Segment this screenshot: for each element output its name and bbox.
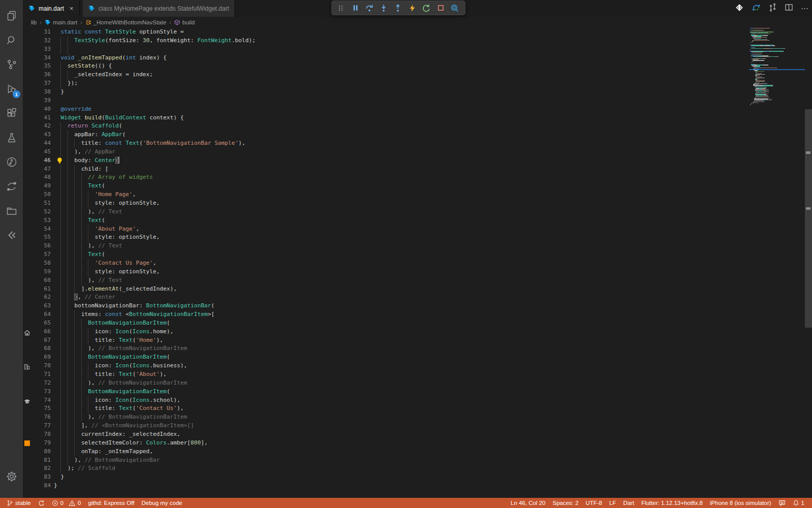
- line-number[interactable]: 39: [31, 97, 51, 105]
- code-line[interactable]: 50 'Home Page',: [23, 190, 812, 199]
- code-line[interactable]: 79 selectedItemColor: Colors.amber[800],: [23, 439, 812, 448]
- code-line[interactable]: 33: [23, 45, 812, 54]
- line-number[interactable]: 37: [31, 79, 51, 88]
- project-folder-icon[interactable]: [0, 199, 23, 222]
- code-line[interactable]: 72 ), // BottomNavigationBarItem: [23, 379, 812, 388]
- line-number[interactable]: 74: [31, 396, 51, 405]
- breadcrumb-main-dart[interactable]: main.dart: [45, 19, 77, 25]
- code-line[interactable]: 71 title: Text('About'),: [23, 370, 812, 379]
- line-number[interactable]: 36: [31, 71, 51, 79]
- line-number[interactable]: 67: [31, 336, 51, 345]
- line-number[interactable]: 80: [31, 448, 51, 456]
- code-line[interactable]: 36 _selectedIndex = index;: [23, 71, 812, 79]
- line-number[interactable]: 68: [31, 344, 51, 353]
- line-number[interactable]: 38: [31, 88, 51, 97]
- code-line[interactable]: 46 body: Center(: [23, 156, 812, 165]
- line-number[interactable]: 44: [31, 139, 51, 148]
- inspect-widget-button[interactable]: [448, 2, 462, 15]
- code-line[interactable]: 65 BottomNavigationBarItem(: [23, 319, 812, 328]
- line-number[interactable]: 55: [31, 233, 51, 242]
- code-line[interactable]: 41 Widget build(BuildContext context) {: [23, 114, 812, 122]
- language-mode[interactable]: Dart: [620, 498, 638, 508]
- run-and-debug-icon[interactable]: 1: [0, 77, 23, 100]
- line-number[interactable]: 65: [31, 319, 51, 328]
- line-number[interactable]: 48: [31, 173, 51, 182]
- extensions-icon[interactable]: [0, 102, 23, 124]
- lightbulb-icon[interactable]: [56, 157, 63, 166]
- code-editor[interactable]: 31 static const TextStyle optionStyle =3…: [23, 28, 812, 498]
- code-line[interactable]: 51 style: optionStyle,: [23, 199, 812, 208]
- code-line[interactable]: 78 currentIndex: _selectedIndex,: [23, 430, 812, 439]
- stop-button[interactable]: [433, 2, 448, 15]
- line-number[interactable]: 34: [31, 54, 51, 62]
- encoding[interactable]: UTF-8: [582, 498, 606, 508]
- code-line[interactable]: 53 Text(: [23, 216, 812, 225]
- line-number[interactable]: 64: [31, 310, 51, 319]
- step-out-button[interactable]: [391, 2, 405, 15]
- source-control-icon[interactable]: [0, 53, 23, 76]
- line-number[interactable]: 45: [31, 148, 51, 156]
- code-line[interactable]: 59 style: optionStyle,: [23, 268, 812, 276]
- device-selector[interactable]: iPhone 8 (ios simulator): [706, 498, 775, 508]
- line-number[interactable]: 79: [31, 439, 51, 448]
- line-number[interactable]: 84: [31, 482, 51, 490]
- line-number[interactable]: 60: [31, 276, 51, 285]
- branch-status[interactable]: stable: [3, 498, 35, 508]
- hot-reload-bolt-icon[interactable]: [405, 2, 419, 15]
- line-number[interactable]: 58: [31, 259, 51, 268]
- code-line[interactable]: 61 ].elementAt(_selectedIndex),: [23, 285, 812, 294]
- code-line[interactable]: 73 BottomNavigationBarItem(: [23, 388, 812, 396]
- line-number[interactable]: 73: [31, 388, 51, 396]
- code-line[interactable]: 62 ), // Center: [23, 293, 812, 302]
- line-number[interactable]: 56: [31, 242, 51, 250]
- line-number[interactable]: 53: [31, 216, 51, 225]
- step-over-button[interactable]: [362, 2, 377, 15]
- code-line[interactable]: 67 title: Text('Home'),: [23, 336, 812, 345]
- line-number[interactable]: 69: [31, 353, 51, 362]
- code-line[interactable]: 68 ), // BottomNavigationBarItem: [23, 344, 812, 353]
- code-line[interactable]: 70 icon: Icon(Icons.business),: [23, 362, 812, 370]
- code-line[interactable]: 76 ), // BottomNavigationBarItem: [23, 413, 812, 422]
- code-line[interactable]: 40 @override: [23, 105, 812, 114]
- code-line[interactable]: 31 static const TextStyle optionStyle =: [23, 28, 812, 37]
- code-line[interactable]: 74 icon: Icon(Icons.school),: [23, 396, 812, 405]
- drag-grip-icon[interactable]: [334, 2, 348, 15]
- sync-status[interactable]: [35, 498, 48, 508]
- line-number[interactable]: 83: [31, 473, 51, 482]
- line-number[interactable]: 59: [31, 268, 51, 276]
- line-number[interactable]: 32: [31, 37, 51, 45]
- line-number[interactable]: 49: [31, 182, 51, 190]
- line-number[interactable]: 33: [31, 45, 51, 54]
- code-line[interactable]: 66 icon: Icon(Icons.home),: [23, 328, 812, 336]
- githd-diff-icon[interactable]: [0, 175, 23, 198]
- line-number[interactable]: 72: [31, 379, 51, 388]
- code-line[interactable]: 38 }: [23, 88, 812, 97]
- code-line[interactable]: 75 title: Text('Contact Us'),: [23, 404, 812, 413]
- line-number[interactable]: 43: [31, 131, 51, 139]
- feedback-smiley-icon[interactable]: [775, 498, 789, 508]
- pause-button[interactable]: [348, 2, 362, 15]
- problems-status[interactable]: 0 0: [48, 498, 85, 508]
- code-line[interactable]: 45 ), // AppBar: [23, 148, 812, 156]
- debug-my-code-status[interactable]: Debug my code: [138, 498, 186, 508]
- code-line[interactable]: 83 }: [23, 473, 812, 482]
- step-into-button[interactable]: [377, 2, 391, 15]
- line-number[interactable]: 63: [31, 302, 51, 310]
- code-line[interactable]: 82 ); // Scaffold: [23, 464, 812, 473]
- githd-status[interactable]: githd: Express Off: [85, 498, 138, 508]
- line-number[interactable]: 62: [31, 293, 51, 302]
- line-number[interactable]: 78: [31, 430, 51, 439]
- code-line[interactable]: 34 void _onItemTapped(int index) {: [23, 54, 812, 62]
- flutter-chevrons-icon[interactable]: [0, 224, 23, 246]
- code-line[interactable]: 52 ), // Text: [23, 208, 812, 216]
- code-line[interactable]: 32 TextStyle(fontSize: 30, fontWeight: F…: [23, 37, 812, 45]
- line-number[interactable]: 51: [31, 199, 51, 208]
- code-line[interactable]: 63 bottomNavigationBar: BottomNavigation…: [23, 302, 812, 310]
- line-number[interactable]: 61: [31, 285, 51, 294]
- explorer-icon[interactable]: [0, 4, 23, 27]
- line-number[interactable]: 50: [31, 190, 51, 199]
- tab-class-myhomepage[interactable]: class MyHomePage extends StatefulWidget.…: [83, 0, 235, 17]
- code-line[interactable]: 35 setState(() {: [23, 62, 812, 71]
- code-line[interactable]: 48 // Array of widgets: [23, 173, 812, 182]
- code-line[interactable]: 39: [23, 97, 812, 105]
